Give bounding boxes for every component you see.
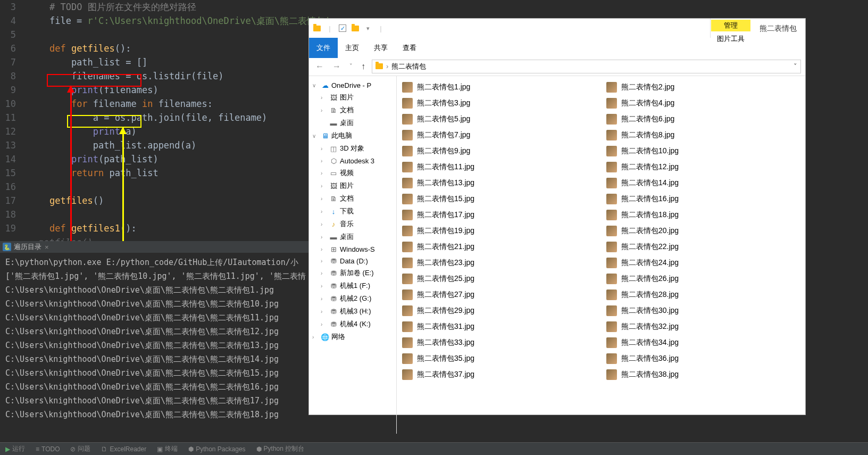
checkbox-icon[interactable] xyxy=(338,23,347,33)
file-item[interactable]: 熊二表情包30.jpg xyxy=(601,303,805,319)
file-item[interactable]: 熊二表情包24.jpg xyxy=(601,255,805,271)
tree-item[interactable]: ›🖼图片 xyxy=(309,91,396,104)
code-line[interactable]: 11 a = os.path.join(file, filename) xyxy=(0,111,308,125)
file-item[interactable]: 熊二表情包23.jpg xyxy=(397,255,601,271)
ribbon-tab-file[interactable]: 文件 xyxy=(309,38,338,58)
file-item[interactable]: 熊二表情包11.jpg xyxy=(397,159,601,175)
tree-item[interactable]: ›⛃Data (D:) xyxy=(309,255,396,267)
tree-item[interactable]: ›♪音乐 xyxy=(309,218,396,230)
file-item[interactable]: 熊二表情包1.jpg xyxy=(397,79,601,95)
file-item[interactable]: 熊二表情包20.jpg xyxy=(601,223,805,239)
file-item[interactable]: 熊二表情包32.jpg xyxy=(601,319,805,335)
code-line[interactable]: 19 def getfiles1(): xyxy=(0,221,308,235)
qa-dropdown[interactable]: ▾ xyxy=(363,23,373,33)
file-item[interactable]: 熊二表情包8.jpg xyxy=(601,127,805,143)
tree-item[interactable]: ›🖼图片 xyxy=(309,179,396,192)
code-line[interactable]: 15 return path_list xyxy=(0,166,308,180)
file-item[interactable]: 熊二表情包7.jpg xyxy=(397,127,601,143)
code-line[interactable]: 18 xyxy=(0,208,308,221)
tree-item[interactable]: ›◫3D 对象 xyxy=(309,142,396,155)
code-line[interactable]: 14 print(path_list) xyxy=(0,152,308,166)
nav-up[interactable]: ↑ xyxy=(359,62,368,71)
code-line[interactable]: 9 print(filenames) xyxy=(0,83,308,97)
tree-item[interactable]: ›⛃机械1 (F:) xyxy=(309,279,396,292)
file-item[interactable]: 熊二表情包26.jpg xyxy=(601,271,805,287)
code-line[interactable]: 4 file = r'C:\Users\knighthood\OneDrive\… xyxy=(0,14,308,28)
excel-panel[interactable]: 🗋 ExcelReader xyxy=(101,445,146,453)
file-item[interactable]: 熊二表情包12.jpg xyxy=(601,159,805,175)
code-editor[interactable]: 3 # TODO 图片所在文件夹的绝对路径4 file = r'C:\Users… xyxy=(0,0,308,241)
tree-item[interactable]: ›⛃机械4 (K:) xyxy=(309,318,396,330)
tree-item[interactable]: ›↓下载 xyxy=(309,205,396,218)
file-item[interactable]: 熊二表情包3.jpg xyxy=(397,95,601,111)
file-item[interactable]: 熊二表情包21.jpg xyxy=(397,239,601,255)
file-item[interactable]: 熊二表情包17.jpg xyxy=(397,207,601,223)
code-line[interactable]: 3 # TODO 图片所在文件夹的绝对路径 xyxy=(0,0,308,14)
tree-item[interactable]: ›🌐网络 xyxy=(309,330,396,343)
tree-item[interactable]: ∨🖥此电脑 xyxy=(309,129,396,142)
tree-item[interactable]: ›⛃机械3 (H:) xyxy=(309,305,396,318)
file-item[interactable]: 熊二表情包36.jpg xyxy=(601,351,805,367)
tree-item[interactable]: ›⛃新加卷 (E:) xyxy=(309,267,396,279)
ribbon-tab-manage[interactable]: 管理 xyxy=(711,20,750,31)
code-line[interactable]: 16 xyxy=(0,180,308,194)
tree-pane[interactable]: ∨☁OneDrive - P›🖼图片›🗎文档▬桌面∨🖥此电脑›◫3D 对象›⬡A… xyxy=(309,76,397,434)
tree-item[interactable]: ›⊞Windows-S xyxy=(309,243,396,255)
file-item[interactable]: 熊二表情包13.jpg xyxy=(397,175,601,191)
file-pane[interactable]: 熊二表情包1.jpg熊二表情包3.jpg熊二表情包5.jpg熊二表情包7.jpg… xyxy=(397,76,805,434)
nav-recent[interactable]: ˅ xyxy=(347,63,355,70)
file-item[interactable]: 熊二表情包33.jpg xyxy=(397,335,601,351)
todo-panel[interactable]: ≡ TODO xyxy=(36,445,60,453)
file-item[interactable]: 熊二表情包4.jpg xyxy=(601,95,805,111)
file-item[interactable]: 熊二表情包15.jpg xyxy=(397,191,601,207)
console-output[interactable]: E:\python\python.exe E:/python_code/GitH… xyxy=(0,253,308,420)
file-item[interactable]: 熊二表情包37.jpg xyxy=(397,367,601,383)
tree-item[interactable]: ›⛃机械2 (G:) xyxy=(309,292,396,305)
file-item[interactable]: 熊二表情包2.jpg xyxy=(601,79,805,95)
tree-item[interactable]: ›▭视频 xyxy=(309,167,396,179)
nav-forward[interactable]: → xyxy=(330,62,343,71)
file-item[interactable]: 熊二表情包18.jpg xyxy=(601,207,805,223)
file-item[interactable]: 熊二表情包5.jpg xyxy=(397,111,601,127)
file-item[interactable]: 熊二表情包35.jpg xyxy=(397,351,601,367)
terminal-panel[interactable]: ▣ 终端 xyxy=(157,444,178,453)
code-line[interactable]: 13 path_list.append(a) xyxy=(0,138,308,152)
file-item[interactable]: 熊二表情包19.jpg xyxy=(397,223,601,239)
tree-item[interactable]: ›🗎文档 xyxy=(309,192,396,205)
packages-panel[interactable]: ⬢ Python Packages xyxy=(188,445,245,453)
folder-icon-2[interactable] xyxy=(350,23,360,33)
file-item[interactable]: 熊二表情包14.jpg xyxy=(601,175,805,191)
code-line[interactable]: 12 print(a) xyxy=(0,125,308,138)
file-item[interactable]: 熊二表情包38.jpg xyxy=(601,367,805,383)
tree-item[interactable]: ›⬡Autodesk 3 xyxy=(309,155,396,167)
code-line[interactable]: 5 xyxy=(0,28,308,42)
ribbon-tab-picture-tools[interactable]: 图片工具 xyxy=(711,31,751,46)
file-item[interactable]: 熊二表情包27.jpg xyxy=(397,287,601,303)
file-item[interactable]: 熊二表情包16.jpg xyxy=(601,191,805,207)
nav-back[interactable]: ← xyxy=(313,62,326,71)
run-button[interactable]: ▶运行 xyxy=(5,444,25,453)
problems-panel[interactable]: ⊘ 问题 xyxy=(70,444,90,453)
ribbon-tab-home[interactable]: 主页 xyxy=(338,38,366,58)
file-item[interactable]: 熊二表情包6.jpg xyxy=(601,111,805,127)
code-line[interactable]: 8 filenames = os.listdir(file) xyxy=(0,69,308,83)
file-item[interactable]: 熊二表情包29.jpg xyxy=(397,303,601,319)
code-line[interactable]: 6 def getfiles(): xyxy=(0,42,308,55)
file-item[interactable]: 熊二表情包10.jpg xyxy=(601,143,805,159)
breadcrumb-dropdown[interactable]: ˅ xyxy=(794,62,797,70)
file-item[interactable]: 熊二表情包22.jpg xyxy=(601,239,805,255)
file-item[interactable]: 熊二表情包34.jpg xyxy=(601,335,805,351)
tree-item[interactable]: ∨☁OneDrive - P xyxy=(309,79,396,91)
file-item[interactable]: 熊二表情包25.jpg xyxy=(397,271,601,287)
file-item[interactable]: 熊二表情包9.jpg xyxy=(397,143,601,159)
breadcrumb[interactable]: › 熊二表情包 ˅ xyxy=(372,60,801,73)
code-line[interactable]: 17 getfiles() xyxy=(0,194,308,208)
ribbon-tab-share[interactable]: 共享 xyxy=(366,38,395,58)
breadcrumb-folder[interactable]: 熊二表情包 xyxy=(391,62,426,71)
ribbon-tab-view[interactable]: 查看 xyxy=(395,38,424,58)
python-console-panel[interactable]: ⬢ Python 控制台 xyxy=(256,444,305,453)
tab-name[interactable]: 遍历目录 xyxy=(14,242,41,252)
code-line[interactable]: 7 path_list = [] xyxy=(0,55,308,69)
code-line[interactable]: 10 for filename in filenames: xyxy=(0,97,308,111)
tree-item[interactable]: ›▬桌面 xyxy=(309,230,396,243)
